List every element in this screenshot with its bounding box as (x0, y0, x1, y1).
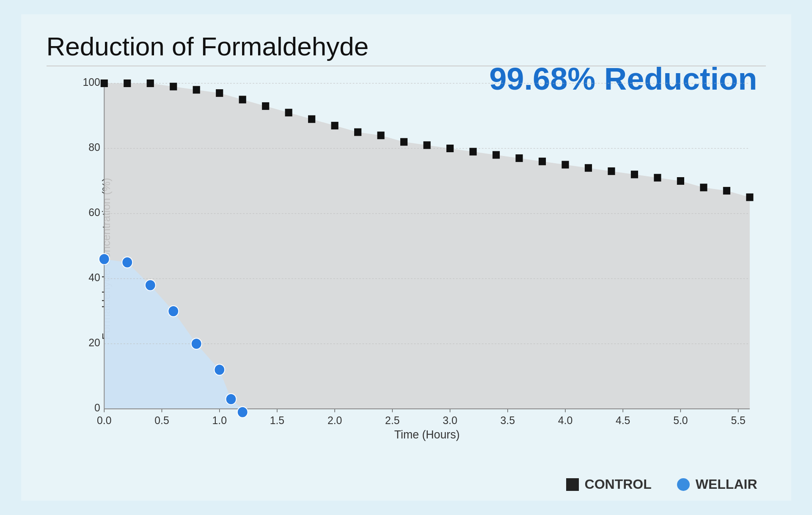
svg-rect-50 (354, 129, 361, 136)
legend-item-control: CONTROL (566, 477, 652, 492)
svg-text:Time (Hours): Time (Hours) (394, 427, 460, 441)
svg-point-69 (122, 257, 132, 268)
svg-text:5.5: 5.5 (731, 414, 745, 426)
svg-text:0.0: 0.0 (97, 414, 111, 426)
svg-text:1.5: 1.5 (270, 414, 284, 426)
svg-rect-67 (746, 194, 753, 201)
chart-svg: 0204060801000.00.51.01.52.02.53.03.54.04… (72, 75, 766, 443)
chart-container: Reduction of Formaldehyde 99.68% Reducti… (21, 14, 791, 501)
svg-rect-44 (216, 89, 223, 97)
svg-rect-49 (331, 122, 338, 129)
svg-text:40: 40 (88, 271, 100, 283)
svg-point-74 (226, 394, 236, 405)
svg-text:0: 0 (94, 401, 100, 414)
svg-rect-46 (262, 102, 269, 110)
svg-text:3.5: 3.5 (500, 414, 515, 426)
svg-rect-65 (700, 184, 707, 191)
svg-rect-61 (608, 167, 615, 175)
svg-text:80: 80 (88, 141, 100, 153)
svg-rect-47 (285, 109, 292, 116)
svg-point-73 (214, 364, 225, 375)
svg-rect-59 (562, 161, 569, 169)
svg-rect-56 (492, 151, 499, 159)
legend-wellair-icon (677, 478, 690, 491)
legend: CONTROL WELLAIR (566, 477, 757, 492)
legend-wellair-label: WELLAIR (696, 477, 757, 492)
svg-rect-45 (239, 96, 246, 104)
svg-rect-58 (538, 158, 545, 165)
svg-text:4.5: 4.5 (615, 414, 630, 426)
svg-rect-39 (100, 79, 107, 87)
svg-rect-52 (400, 138, 407, 146)
svg-point-72 (191, 338, 201, 349)
svg-rect-48 (308, 115, 315, 123)
svg-rect-42 (170, 83, 177, 90)
svg-text:1.0: 1.0 (212, 414, 226, 426)
svg-text:2.0: 2.0 (327, 414, 341, 426)
legend-item-wellair: WELLAIR (677, 477, 757, 492)
svg-text:5.0: 5.0 (673, 414, 688, 426)
chart-title: Reduction of Formaldehyde (47, 31, 766, 61)
svg-rect-53 (423, 141, 430, 149)
svg-point-75 (237, 407, 248, 418)
svg-text:4.0: 4.0 (558, 414, 572, 426)
svg-text:100: 100 (83, 76, 100, 88)
svg-rect-64 (677, 177, 684, 185)
svg-rect-43 (193, 86, 200, 93)
svg-point-71 (168, 306, 179, 317)
svg-rect-41 (146, 79, 154, 87)
svg-rect-54 (446, 145, 453, 152)
svg-point-70 (145, 279, 155, 290)
svg-text:20: 20 (88, 336, 100, 348)
svg-rect-51 (377, 131, 384, 139)
legend-control-label: CONTROL (585, 477, 652, 492)
svg-text:0.5: 0.5 (154, 414, 169, 426)
chart-area: Formaldehyde Concentration (%) 020406080… (47, 75, 766, 443)
legend-control-icon (566, 478, 579, 491)
svg-rect-63 (654, 174, 661, 181)
svg-text:60: 60 (88, 206, 100, 218)
svg-rect-57 (515, 154, 523, 162)
svg-rect-55 (469, 148, 476, 156)
svg-rect-40 (124, 79, 131, 87)
svg-text:3.0: 3.0 (443, 414, 457, 426)
svg-point-68 (99, 254, 109, 265)
svg-rect-62 (630, 171, 638, 178)
svg-rect-60 (584, 164, 592, 172)
svg-text:2.5: 2.5 (385, 414, 399, 426)
svg-rect-66 (723, 187, 730, 194)
